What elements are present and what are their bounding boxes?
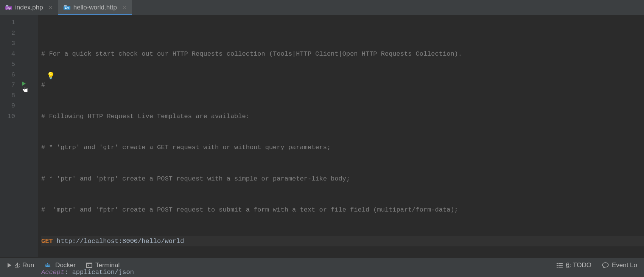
line-number-gutter: 1 2 3 4 5 6 7 8 9 10 [0,15,19,257]
php-file-icon: php [5,4,12,11]
api-file-icon: API [64,4,70,11]
http-method: GET [41,238,53,245]
svg-text:API: API [65,6,69,9]
line-number: 6 [0,70,15,80]
code-editor[interactable]: 💡 # For a quick start check out our HTTP… [38,15,644,257]
line-number: 8 [0,90,15,101]
tab-index-php[interactable]: php index.php ✕ [0,0,58,15]
line-number: 1 [0,17,15,28]
line-number: 3 [0,38,15,49]
svg-text:php: php [6,6,11,9]
line-number: 10 [0,111,15,122]
code-comment: # [41,81,45,89]
code-comment: # [41,206,49,213]
run-label: : Run [19,261,34,269]
http-header-key: Accept [41,269,64,276]
code-comment: # * 'gtrp' and 'gtr' create a GET reques… [41,144,331,151]
marker-gutter [19,15,38,257]
line-number: 4 [0,49,15,59]
close-icon[interactable]: ✕ [120,5,127,11]
tab-label: index.php [15,4,43,11]
line-number: 5 [0,59,15,70]
svg-marker-7 [8,263,11,268]
intention-bulb-icon[interactable]: 💡 [47,71,55,82]
hand-cursor-icon [21,85,30,96]
http-url: http://localhost:8000/hello/world [53,238,184,245]
http-header-value: application/json [72,269,134,276]
editor-tabs: php index.php ✕ API hello-world.http ✕ [0,0,644,15]
play-icon [7,263,12,268]
code-comment: 'mptr' and 'fptr' create a POST request … [49,206,458,213]
line-number: 2 [0,28,15,39]
line-number: 7 [0,80,15,90]
code-comment: # * 'ptr' and 'ptrp' create a POST reque… [41,175,350,182]
close-icon[interactable]: ✕ [46,5,53,11]
text-caret [184,237,184,245]
tab-label: hello-world.http [73,4,117,11]
http-header-sep: : [64,269,72,276]
editor-area: 1 2 3 4 5 6 7 8 9 10 💡 # For a quick sta… [0,15,644,257]
code-comment: # For a quick start check out our HTTP R… [41,50,462,58]
run-tool-button[interactable]: 4: Run [7,261,34,269]
tab-hello-world-http[interactable]: API hello-world.http ✕ [58,0,132,15]
code-comment: # Following HTTP Request Live Templates … [41,113,250,120]
line-number: 9 [0,101,15,111]
